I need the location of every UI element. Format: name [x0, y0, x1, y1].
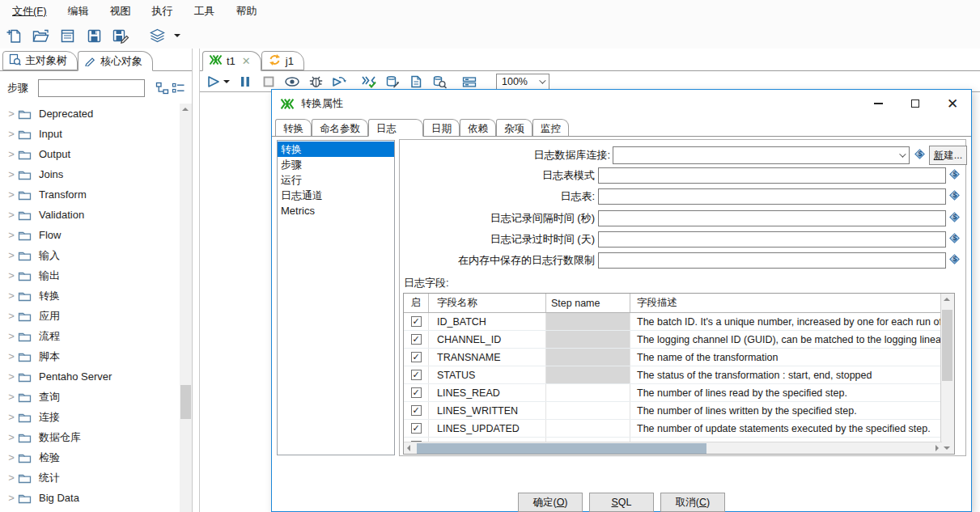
tree-folder-输出[interactable]: >输出 — [0, 265, 180, 286]
table-row[interactable]: ✓LINES_WRITTENThe number of lines writte… — [404, 402, 954, 420]
tree-folder-连接[interactable]: >连接 — [0, 407, 180, 427]
table-horizontal-scrollbar[interactable] — [404, 442, 942, 454]
table-vscroll-thumb[interactable] — [942, 310, 952, 381]
tree-folder-Flow[interactable]: >Flow — [0, 225, 180, 245]
pause-icon[interactable] — [237, 74, 253, 90]
run-icon[interactable] — [205, 74, 221, 90]
row-checkbox[interactable]: ✓ — [411, 334, 422, 345]
steps-search-input[interactable] — [38, 79, 145, 97]
list-view-icon[interactable] — [170, 80, 186, 96]
scroll-down-icon[interactable] — [944, 446, 950, 450]
dropdown-caret-icon[interactable] — [174, 34, 180, 40]
explore-repository-icon[interactable] — [57, 26, 77, 45]
scroll-up-icon[interactable] — [182, 108, 189, 111]
table-hscroll-thumb[interactable] — [417, 443, 706, 454]
menu-item-视图[interactable]: 视图 — [100, 1, 142, 22]
dialog-tab-杂项[interactable]: 杂项 — [496, 119, 532, 136]
log-section-日志通道[interactable]: 日志通道 — [278, 188, 394, 203]
row-checkbox[interactable]: ✓ — [411, 423, 422, 434]
cancel-button[interactable]: 取消(C) — [660, 493, 725, 512]
save-icon[interactable] — [84, 26, 104, 45]
tab-job-j1[interactable]: j1 — [261, 51, 304, 70]
chevron-right-icon[interactable]: > — [5, 128, 18, 140]
perspective-icon[interactable] — [147, 26, 167, 45]
tree-folder-输入[interactable]: >输入 — [0, 245, 180, 265]
chevron-right-icon[interactable]: > — [5, 229, 18, 241]
chevron-right-icon[interactable]: > — [5, 148, 18, 160]
new-connection-button[interactable]: 新建... — [929, 146, 967, 165]
chevron-right-icon[interactable]: > — [5, 492, 18, 504]
tree-folder-Input[interactable]: >Input — [0, 124, 180, 144]
dialog-tab-监控[interactable]: 监控 — [532, 119, 569, 136]
field-input-1[interactable] — [598, 167, 946, 184]
chevron-right-icon[interactable]: > — [5, 370, 18, 383]
verify-icon[interactable] — [361, 74, 377, 90]
ok-button[interactable]: 确定(O) — [518, 493, 583, 512]
close-button[interactable]: ✕ — [940, 94, 965, 113]
show-connections-icon[interactable] — [154, 80, 170, 96]
menu-item-执行[interactable]: 执行 — [142, 1, 184, 22]
new-file-icon[interactable] — [4, 26, 23, 45]
show-results-icon[interactable] — [461, 74, 477, 90]
table-row[interactable]: ✓ID_BATCHThe batch ID. It's a unique num… — [404, 313, 954, 331]
table-row[interactable]: ✓STATUSThe status of the transformation … — [404, 366, 954, 384]
tree-folder-数据仓库[interactable]: >数据仓库 — [0, 427, 180, 447]
tree-folder-应用[interactable]: >应用 — [0, 306, 180, 326]
stop-icon[interactable] — [261, 74, 277, 90]
row-checkbox[interactable]: ✓ — [411, 370, 422, 380]
chevron-right-icon[interactable]: > — [5, 330, 18, 342]
menu-item-编辑[interactable]: 编辑 — [57, 1, 100, 22]
tree-folder-脚本[interactable]: >脚本 — [0, 346, 180, 366]
scroll-left-icon[interactable] — [407, 445, 410, 451]
menu-item-工具[interactable]: 工具 — [184, 1, 226, 22]
save-as-icon[interactable] — [111, 26, 130, 45]
field-input-2[interactable] — [598, 188, 946, 205]
variable-icon[interactable]: $ — [949, 169, 961, 181]
tree-folder-Validation[interactable]: >Validation — [0, 205, 180, 225]
tree-folder-Big Data[interactable]: >Big Data — [0, 488, 180, 508]
tree-folder-查询[interactable]: >查询 — [0, 387, 180, 407]
tree-scrollbar-thumb[interactable] — [180, 385, 191, 419]
dialog-titlebar[interactable]: 转换属性 ✕ — [272, 90, 971, 117]
field-input-5[interactable] — [598, 252, 946, 269]
row-checkbox[interactable]: ✓ — [411, 405, 422, 416]
minimize-button[interactable] — [866, 94, 890, 113]
table-row[interactable]: ✓LINES_READThe number of lines read by t… — [404, 384, 954, 402]
open-file-icon[interactable] — [31, 26, 50, 45]
tree-scrollbar[interactable] — [180, 104, 192, 512]
tree-folder-Output[interactable]: >Output — [0, 144, 180, 164]
tab-main-object-tree[interactable]: 主对象树 — [2, 51, 78, 70]
table-vertical-scrollbar[interactable] — [940, 294, 954, 454]
log-section-步骤[interactable]: 步骤 — [278, 157, 394, 172]
tree-folder-Joins[interactable]: >Joins — [0, 164, 180, 184]
chevron-right-icon[interactable]: > — [5, 350, 18, 362]
chevron-right-icon[interactable]: > — [5, 209, 18, 221]
variable-icon[interactable]: $ — [949, 190, 961, 202]
replay-icon[interactable] — [331, 74, 347, 90]
debug-icon[interactable] — [308, 74, 324, 90]
tree-folder-转换[interactable]: >转换 — [0, 286, 180, 306]
chevron-right-icon[interactable]: > — [5, 188, 18, 201]
row-checkbox[interactable]: ✓ — [411, 352, 422, 362]
log-section-运行[interactable]: 运行 — [278, 172, 394, 188]
generate-sql-icon[interactable] — [408, 74, 424, 90]
impact-icon[interactable] — [384, 74, 401, 90]
maximize-button[interactable] — [903, 94, 927, 113]
zoom-combo[interactable]: 100% — [496, 74, 549, 90]
dialog-tab-日期[interactable]: 日期 — [423, 119, 460, 136]
tree-folder-检验[interactable]: >检验 — [0, 447, 180, 468]
chevron-right-icon[interactable]: > — [5, 108, 18, 120]
tab-core-objects[interactable]: 核心对象 — [78, 51, 153, 71]
sql-button[interactable]: SQL — [589, 493, 654, 512]
chevron-right-icon[interactable]: > — [5, 269, 18, 281]
chevron-right-icon[interactable]: > — [5, 391, 18, 403]
table-row[interactable]: ✓CHANNEL_IDThe logging channel ID (GUID)… — [404, 331, 954, 349]
run-options-caret-icon[interactable] — [223, 80, 230, 87]
menu-item-文件(F)[interactable]: 文件(F) — [2, 1, 57, 22]
tab-transformation-t1[interactable]: t1 ✕ — [202, 51, 261, 71]
dialog-tab-依赖[interactable]: 依赖 — [460, 119, 496, 136]
tree-folder-Deprecated[interactable]: >Deprecated — [0, 104, 180, 124]
table-row[interactable]: ✓LINES_UPDATEDThe number of update state… — [404, 420, 954, 438]
variable-icon[interactable]: $ — [949, 233, 961, 245]
chevron-right-icon[interactable]: > — [5, 411, 18, 423]
